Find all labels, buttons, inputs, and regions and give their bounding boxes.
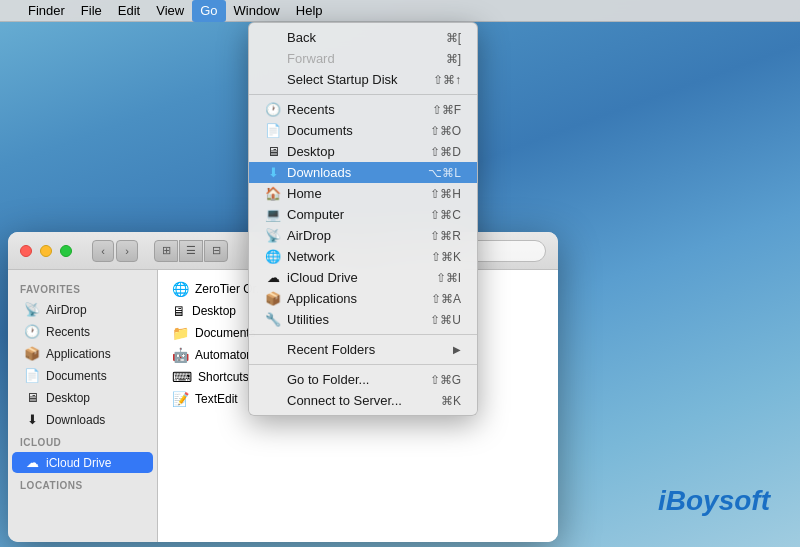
window-maximize-button[interactable] — [60, 245, 72, 257]
forward-button[interactable]: › — [116, 240, 138, 262]
menu-separator-1 — [249, 94, 477, 95]
menubar-help[interactable]: Help — [288, 0, 331, 22]
sidebar-item-recents[interactable]: 🕐 Recents — [12, 321, 153, 342]
menu-separator-2 — [249, 334, 477, 335]
window-close-button[interactable] — [20, 245, 32, 257]
sidebar-item-applications[interactable]: 📦 Applications — [12, 343, 153, 364]
menu-item-goto-folder[interactable]: Go to Folder... ⇧⌘G — [249, 369, 477, 390]
menu-item-airdrop[interactable]: 📡 AirDrop ⇧⌘R — [249, 225, 477, 246]
textedit-icon: 📝 — [172, 391, 189, 407]
menu-item-recents[interactable]: 🕐 Recents ⇧⌘F — [249, 99, 477, 120]
recents-sidebar-icon: 🕐 — [24, 324, 40, 339]
menubar-file[interactable]: File — [73, 0, 110, 22]
desktop-file-icon: 🖥 — [172, 303, 186, 319]
computer-icon: 💻 — [265, 207, 281, 222]
documents-sidebar-icon: 📄 — [24, 368, 40, 383]
menu-item-applications[interactable]: 📦 Applications ⇧⌘A — [249, 288, 477, 309]
shortcuts-icon: ⌨ — [172, 369, 192, 385]
airdrop-sidebar-icon: 📡 — [24, 302, 40, 317]
recents-icon: 🕐 — [265, 102, 281, 117]
utilities-icon: 🔧 — [265, 312, 281, 327]
downloads-sidebar-icon: ⬇ — [24, 412, 40, 427]
iboysoft-name: Boysoft — [666, 485, 770, 516]
back-button[interactable]: ‹ — [92, 240, 114, 262]
menubar-window[interactable]: Window — [226, 0, 288, 22]
go-menu-dropdown: Back ⌘[ Forward ⌘] Select Startup Disk ⇧… — [248, 22, 478, 416]
favorites-section-label: Favorites — [8, 278, 157, 298]
menu-item-back[interactable]: Back ⌘[ — [249, 27, 477, 48]
network-icon: 🌐 — [265, 249, 281, 264]
automator-icon: 🤖 — [172, 347, 189, 363]
applications-icon: 📦 — [265, 291, 281, 306]
finder-sidebar: Favorites 📡 AirDrop 🕐 Recents 📦 Applicat… — [8, 270, 158, 542]
menubar-view[interactable]: View — [148, 0, 192, 22]
icloud-drive-sidebar-icon: ☁ — [24, 455, 40, 470]
menu-item-network[interactable]: 🌐 Network ⇧⌘K — [249, 246, 477, 267]
menubar-go[interactable]: Go — [192, 0, 225, 22]
locations-section-label: Locations — [8, 474, 157, 494]
menu-item-desktop[interactable]: 🖥 Desktop ⇧⌘D — [249, 141, 477, 162]
finder-nav: ‹ › — [92, 240, 138, 262]
menu-item-utilities[interactable]: 🔧 Utilities ⇧⌘U — [249, 309, 477, 330]
menu-item-computer[interactable]: 💻 Computer ⇧⌘C — [249, 204, 477, 225]
desktop-sidebar-icon: 🖥 — [24, 390, 40, 405]
menu-item-documents[interactable]: 📄 Documents ⇧⌘O — [249, 120, 477, 141]
downloads-icon: ⬇ — [265, 165, 281, 180]
menu-item-home[interactable]: 🏠 Home ⇧⌘H — [249, 183, 477, 204]
menu-item-startup[interactable]: Select Startup Disk ⇧⌘↑ — [249, 69, 477, 90]
iboysoft-watermark: iBoysoft — [658, 485, 770, 517]
documents-file-icon: 📁 — [172, 325, 189, 341]
home-icon: 🏠 — [265, 186, 281, 201]
column-view-button[interactable]: ⊟ — [204, 240, 228, 262]
icloud-section-label: iCloud — [8, 431, 157, 451]
desktop-icon: 🖥 — [265, 144, 281, 159]
icloud-icon: ☁ — [265, 270, 281, 285]
menu-item-forward: Forward ⌘] — [249, 48, 477, 69]
menu-item-recent-folders[interactable]: Recent Folders ▶ — [249, 339, 477, 360]
view-mode-buttons: ⊞ ☰ ⊟ — [154, 240, 228, 262]
window-minimize-button[interactable] — [40, 245, 52, 257]
menu-item-icloud[interactable]: ☁ iCloud Drive ⇧⌘I — [249, 267, 477, 288]
sidebar-item-downloads[interactable]: ⬇ Downloads — [12, 409, 153, 430]
menu-item-downloads[interactable]: ⬇ Downloads ⌥⌘L — [249, 162, 477, 183]
airdrop-menu-icon: 📡 — [265, 228, 281, 243]
menubar-edit[interactable]: Edit — [110, 0, 148, 22]
icon-view-button[interactable]: ⊞ — [154, 240, 178, 262]
menu-separator-3 — [249, 364, 477, 365]
documents-icon: 📄 — [265, 123, 281, 138]
sidebar-item-documents[interactable]: 📄 Documents — [12, 365, 153, 386]
sidebar-item-desktop[interactable]: 🖥 Desktop — [12, 387, 153, 408]
menubar-finder[interactable]: Finder — [20, 0, 73, 22]
iboysoft-prefix: i — [658, 485, 666, 516]
menubar: Finder File Edit View Go Window Help — [0, 0, 800, 22]
sidebar-item-icloud-drive[interactable]: ☁ iCloud Drive — [12, 452, 153, 473]
sidebar-item-airdrop[interactable]: 📡 AirDrop — [12, 299, 153, 320]
list-view-button[interactable]: ☰ — [179, 240, 203, 262]
zerotier-icon: 🌐 — [172, 281, 189, 297]
menu-item-connect-server[interactable]: Connect to Server... ⌘K — [249, 390, 477, 411]
applications-sidebar-icon: 📦 — [24, 346, 40, 361]
